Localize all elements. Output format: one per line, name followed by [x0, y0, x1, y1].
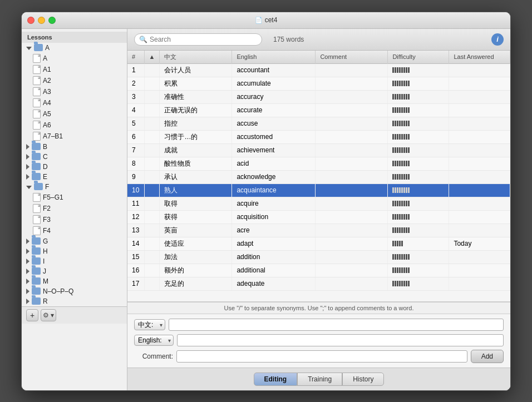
tab-training[interactable]: Training: [297, 373, 342, 386]
table-row[interactable]: 5指控accuse: [127, 117, 510, 130]
maximize-button[interactable]: [48, 17, 56, 24]
add-lesson-button[interactable]: +: [26, 309, 38, 321]
english-select[interactable]: English:: [134, 335, 174, 346]
search-box[interactable]: 🔍: [134, 33, 262, 46]
chinese-row: 中文:: [134, 319, 504, 331]
sidebar-item-H-folder[interactable]: H: [22, 246, 127, 256]
cell-english: accumulate: [232, 77, 316, 90]
cell-comment: [316, 117, 388, 130]
sidebar-item-A3[interactable]: A3: [22, 86, 127, 97]
sidebar-label: F5–G1: [43, 193, 63, 201]
cell-sort: [144, 157, 160, 170]
col-english[interactable]: English: [232, 51, 316, 64]
table-row[interactable]: 4正确无误的accurate: [127, 103, 510, 117]
cell-last-answered: [449, 264, 510, 277]
sidebar-item-F4[interactable]: F4: [22, 225, 127, 236]
table-row[interactable]: 8酸性物质acid: [127, 157, 510, 170]
sidebar-label: H: [43, 247, 48, 255]
sidebar-item-D-folder[interactable]: D: [22, 162, 127, 172]
col-last-answered[interactable]: Last Answered: [449, 51, 510, 64]
sidebar-item-A7B1[interactable]: A7–B1: [22, 131, 127, 142]
sidebar-item-A1[interactable]: A1: [22, 64, 127, 75]
close-button[interactable]: [27, 17, 35, 24]
sidebar-item-I-folder[interactable]: I: [22, 256, 127, 266]
cell-num: 6: [127, 130, 144, 143]
english-input[interactable]: [177, 334, 504, 346]
comment-input[interactable]: [176, 350, 467, 363]
sidebar-item-A6[interactable]: A6: [22, 120, 127, 131]
table-row[interactable]: 15加法addition: [127, 250, 510, 264]
doc-icon: [33, 204, 41, 213]
chinese-select-wrapper[interactable]: 中文:: [134, 319, 165, 330]
table-row[interactable]: 1会计人员accountant: [127, 63, 510, 77]
sidebar-item-A4[interactable]: A4: [22, 97, 127, 108]
add-button[interactable]: Add: [471, 350, 504, 363]
sidebar-label: A: [45, 44, 50, 52]
table-row[interactable]: 3准确性accuracy: [127, 90, 510, 103]
sidebar-label: N–O–P–Q: [43, 287, 73, 295]
sidebar-item-E-folder[interactable]: E: [22, 172, 127, 182]
search-input[interactable]: [150, 36, 244, 43]
cell-last-answered: [449, 117, 510, 130]
word-table[interactable]: # ▲ 中文 English Comment Difficulty Last A…: [127, 51, 510, 302]
sidebar-item-A-folder[interactable]: A: [22, 43, 127, 53]
cell-english: acquire: [232, 197, 316, 210]
sidebar-item-F-folder[interactable]: F: [22, 182, 127, 192]
cell-difficulty: [388, 183, 449, 197]
col-comment[interactable]: Comment: [316, 51, 388, 64]
cell-chinese: 英亩: [160, 224, 232, 237]
sidebar-item-A5[interactable]: A5: [22, 108, 127, 120]
table-row[interactable]: 17充足的adequate: [127, 277, 510, 290]
chinese-select[interactable]: 中文:: [134, 319, 165, 330]
tab-history[interactable]: History: [342, 373, 384, 386]
comment-row: Comment: Add: [134, 350, 504, 363]
sidebar-item-F2[interactable]: F2: [22, 203, 127, 214]
col-sort[interactable]: ▲: [144, 51, 160, 64]
sidebar-item-M-folder[interactable]: M: [22, 276, 127, 286]
sidebar-item-C-folder[interactable]: C: [22, 152, 127, 162]
sidebar-item-NOPQ-folder[interactable]: N–O–P–Q: [22, 286, 127, 296]
sidebar-item-J-folder[interactable]: J: [22, 266, 127, 276]
table-row[interactable]: 2积累accumulate: [127, 77, 510, 90]
gear-menu-button[interactable]: ⚙ ▾: [41, 309, 56, 321]
tab-editing[interactable]: Editing: [254, 373, 298, 386]
col-num[interactable]: #: [127, 51, 144, 64]
cell-english: adequate: [232, 277, 316, 290]
content-area: Lessons A A A1 A2 A3: [22, 29, 510, 390]
sidebar-item-A2[interactable]: A2: [22, 75, 127, 86]
table-row[interactable]: 7成就achievement: [127, 143, 510, 157]
chinese-input[interactable]: [169, 319, 504, 331]
cell-chinese: 正确无误的: [160, 103, 232, 117]
sidebar-item-B-folder[interactable]: B: [22, 142, 127, 152]
table-row[interactable]: 11取得acquire: [127, 197, 510, 210]
cell-chinese: 熟人: [160, 183, 232, 197]
table-row[interactable]: 12获得acquisition: [127, 210, 510, 224]
info-button[interactable]: i: [491, 33, 504, 46]
expand-arrow-icon: [26, 289, 29, 294]
cell-comment: [316, 130, 388, 143]
minimize-button[interactable]: [38, 17, 45, 24]
col-chinese[interactable]: 中文: [160, 51, 232, 64]
sidebar-item-A[interactable]: A: [22, 53, 127, 64]
table-row[interactable]: 10熟人acquaintance: [127, 183, 510, 197]
sidebar-item-F5G1[interactable]: F5–G1: [22, 192, 127, 203]
table-row[interactable]: 13英亩acre: [127, 224, 510, 237]
expand-arrow-icon: [26, 299, 29, 304]
cell-difficulty: [388, 63, 449, 77]
table-row[interactable]: 16额外的additional: [127, 264, 510, 277]
sidebar-label: M: [43, 277, 48, 285]
cell-chinese: 承认: [160, 170, 232, 183]
doc-icon: [33, 215, 41, 224]
cell-last-answered: [449, 143, 510, 157]
col-difficulty[interactable]: Difficulty: [388, 51, 449, 64]
sidebar: Lessons A A A1 A2 A3: [22, 29, 127, 390]
table-row[interactable]: 9承认acknowledge: [127, 170, 510, 183]
sidebar-item-R-folder[interactable]: R: [22, 296, 127, 306]
english-select-wrapper[interactable]: English:: [134, 335, 174, 346]
expand-arrow-icon: [26, 47, 32, 50]
sidebar-item-G-folder[interactable]: G: [22, 236, 127, 246]
table-row[interactable]: 6习惯于…的accustomed: [127, 130, 510, 143]
sidebar-item-F3[interactable]: F3: [22, 214, 127, 225]
cell-last-answered: [449, 63, 510, 77]
table-row[interactable]: 14使适应adaptToday: [127, 237, 510, 250]
